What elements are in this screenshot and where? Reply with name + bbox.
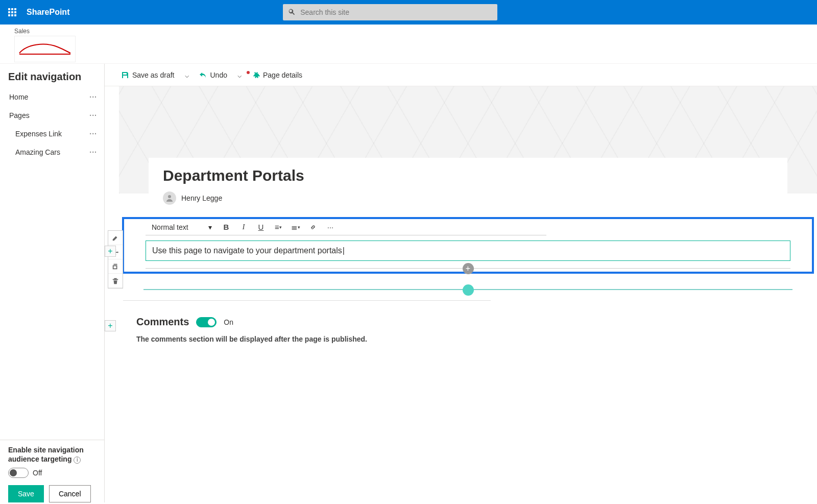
- svg-rect-2: [14, 8, 16, 10]
- italic-button[interactable]: I: [237, 221, 250, 233]
- save-button[interactable]: Save: [8, 485, 44, 502]
- nav-item-label: Amazing Cars: [15, 148, 60, 156]
- svg-rect-8: [14, 14, 16, 16]
- page-canvas: Save as draft ⌵ Undo ⌵ Page details Depa…: [105, 64, 817, 502]
- underline-button[interactable]: U: [255, 221, 267, 233]
- toggle-state-label: On: [224, 318, 233, 326]
- nav-item-label: Pages: [9, 111, 30, 119]
- cancel-button[interactable]: Cancel: [49, 485, 91, 502]
- nav-item-label: Home: [9, 93, 28, 101]
- audience-targeting-label: Enable site navigation audience targetin…: [8, 445, 96, 464]
- cmd-label: Undo: [210, 71, 227, 79]
- cmd-label: Page details: [263, 71, 302, 79]
- nav-list: Home ··· Pages ··· Expenses Link ··· Ama…: [0, 88, 104, 440]
- site-logo[interactable]: [14, 36, 76, 62]
- panel-title: Edit navigation: [0, 64, 104, 88]
- svg-rect-3: [8, 11, 10, 13]
- chevron-down-icon[interactable]: ⌵: [183, 71, 191, 79]
- search-input[interactable]: [300, 8, 492, 16]
- svg-rect-5: [14, 11, 16, 13]
- author-name[interactable]: Henry Legge: [181, 194, 222, 202]
- notification-dot-icon: [247, 71, 250, 74]
- svg-point-9: [168, 195, 171, 198]
- comments-title: Comments: [136, 316, 189, 328]
- text-webpart-selected[interactable]: Normal text ▾ B I U ≡▾ ≣▾ ··· Use this p…: [122, 217, 814, 274]
- save-as-draft-button[interactable]: Save as draft: [117, 69, 179, 81]
- cmd-label: Save as draft: [132, 71, 175, 79]
- author-avatar[interactable]: [163, 191, 176, 205]
- site-name: Sales: [14, 28, 810, 35]
- bold-button[interactable]: B: [220, 221, 232, 233]
- text-style-label: Normal text: [152, 223, 188, 231]
- more-options-button[interactable]: ···: [324, 221, 337, 233]
- svg-rect-0: [8, 8, 10, 10]
- info-icon[interactable]: i: [74, 457, 81, 464]
- svg-rect-1: [11, 8, 13, 10]
- chevron-down-icon[interactable]: ⌵: [235, 71, 244, 79]
- undo-button[interactable]: Undo: [195, 69, 231, 81]
- delete-webpart-icon[interactable]: [108, 274, 123, 288]
- chevron-down-icon: ▾: [208, 223, 212, 231]
- duplicate-webpart-icon[interactable]: [108, 259, 123, 274]
- search-box[interactable]: [283, 4, 497, 20]
- align-button[interactable]: ≡▾: [272, 221, 284, 233]
- comments-toggle[interactable]: [196, 317, 217, 327]
- text-content-input[interactable]: Use this page to navigate to your depart…: [146, 241, 790, 261]
- more-icon[interactable]: ···: [89, 130, 97, 138]
- nav-item-pages[interactable]: Pages ···: [0, 106, 104, 125]
- more-icon[interactable]: ···: [89, 111, 97, 119]
- nav-item-home[interactable]: Home ···: [0, 88, 104, 106]
- more-icon[interactable]: ···: [89, 93, 97, 101]
- more-icon[interactable]: ···: [89, 148, 97, 156]
- site-header: Sales: [0, 25, 817, 64]
- list-button[interactable]: ≣▾: [290, 221, 302, 233]
- svg-rect-6: [8, 14, 10, 16]
- audience-targeting-toggle[interactable]: [8, 468, 29, 478]
- edit-webpart-icon[interactable]: [108, 231, 123, 245]
- add-section-button[interactable]: +: [105, 320, 116, 331]
- toggle-state-label: Off: [33, 469, 42, 477]
- comments-section: Comments On The comments section will be…: [136, 316, 494, 343]
- command-bar: Save as draft ⌵ Undo ⌵ Page details: [105, 64, 817, 86]
- link-button[interactable]: [307, 221, 319, 233]
- nav-item-amazing-cars[interactable]: Amazing Cars ···: [0, 143, 104, 161]
- svg-rect-4: [11, 11, 13, 13]
- add-section-button[interactable]: +: [105, 246, 116, 257]
- page-details-button[interactable]: Page details: [248, 69, 306, 81]
- svg-rect-7: [11, 14, 13, 16]
- nav-item-expenses-link[interactable]: Expenses Link ···: [0, 125, 104, 143]
- add-webpart-button[interactable]: [463, 284, 474, 296]
- add-webpart-button[interactable]: +: [463, 263, 474, 274]
- search-icon: [288, 8, 295, 17]
- edit-navigation-panel: Edit navigation Home ··· Pages ··· Expen…: [0, 64, 105, 502]
- page-title[interactable]: Department Portals: [163, 167, 773, 184]
- product-brand[interactable]: SharePoint: [27, 8, 69, 17]
- rich-text-toolbar: Normal text ▾ B I U ≡▾ ≣▾ ···: [146, 219, 546, 235]
- suite-bar: SharePoint: [0, 0, 817, 25]
- nav-item-label: Expenses Link: [15, 130, 62, 138]
- comments-note: The comments section will be displayed a…: [136, 335, 494, 343]
- app-launcher-icon[interactable]: [4, 4, 20, 20]
- text-style-dropdown[interactable]: Normal text ▾: [149, 221, 215, 234]
